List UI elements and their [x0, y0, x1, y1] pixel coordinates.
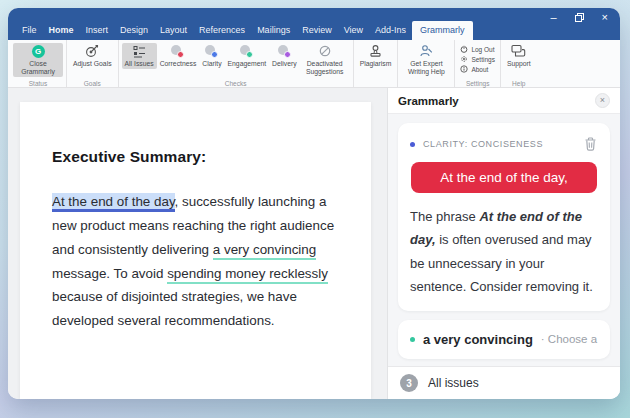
ribbon-group-settings: Log Out Settings About Settings [455, 40, 501, 87]
sidebar-header: Grammarly × [388, 88, 620, 114]
ribbon-group-expert: Get Expert Writing Help [398, 40, 455, 87]
tab-mailings[interactable]: Mailings [251, 21, 296, 40]
tab-grammarly[interactable]: Grammarly [412, 21, 473, 40]
tab-review[interactable]: Review [296, 21, 338, 40]
doc-text: because of disjointed strategies, we hav… [52, 289, 297, 328]
gear-icon [460, 55, 468, 63]
clarity-button[interactable]: Clarity [199, 43, 224, 69]
power-icon [460, 45, 468, 53]
highlighted-phrase[interactable]: At the end of the day [52, 193, 175, 212]
next-suggestion-card[interactable]: a very convincing · Choose a diff... [398, 320, 610, 359]
engagement-button[interactable]: Engagement [225, 43, 270, 69]
close-icon[interactable]: × [602, 12, 608, 23]
ribbon-group-goals: Adjust Goals Goals [67, 40, 119, 87]
window-controls: – × [550, 12, 608, 23]
document-page[interactable]: Executive Summary: At the end of the day… [20, 102, 371, 399]
tab-view[interactable]: View [338, 21, 369, 40]
category-row: CLARITY: CONCISENESS [410, 136, 598, 152]
tab-home[interactable]: Home [43, 21, 80, 40]
adjust-goals-button[interactable]: Adjust Goals [70, 43, 115, 69]
group-label-help: Help [501, 80, 537, 87]
restore-icon[interactable] [575, 12, 584, 23]
explanation-text: The phrase At the end of the day, is oft… [410, 205, 598, 299]
deactivated-suggestions-button[interactable]: Deactivated Suggestions [300, 43, 350, 77]
group-label-goals: Goals [67, 80, 118, 87]
clarity-dot-icon [410, 142, 415, 147]
delivery-icon [278, 44, 291, 58]
expert-person-icon [419, 44, 433, 58]
plagiarism-button[interactable]: Plagiarism [357, 43, 395, 69]
support-button[interactable]: Support [504, 43, 534, 69]
category-label: CLARITY: CONCISENESS [423, 139, 575, 149]
engagement-icon [240, 44, 253, 58]
tab-design[interactable]: Design [114, 21, 154, 40]
target-icon [85, 44, 99, 58]
group-label-status: Status [10, 80, 66, 87]
menu-tab-bar: File Home Insert Design Layout Reference… [16, 21, 473, 40]
issues-list-icon [133, 44, 146, 58]
sidebar-close-icon[interactable]: × [595, 93, 610, 108]
grammarly-g-icon: G [32, 44, 45, 58]
document-paragraph: At the end of the day, successfully laun… [52, 190, 348, 333]
next-suggestion-hint: · Choose a diff... [541, 333, 598, 345]
ribbon-group-checks: All Issues Correctness Clarity Engagemen… [119, 40, 354, 87]
tab-references[interactable]: References [193, 21, 251, 40]
stamp-icon [368, 44, 383, 58]
main-content: Executive Summary: At the end of the day… [8, 88, 620, 399]
issues-count-badge: 3 [400, 374, 418, 392]
underlined-phrase-2[interactable]: spending money recklessly [167, 266, 328, 284]
info-icon [460, 65, 468, 73]
minimize-icon[interactable]: – [550, 12, 556, 23]
next-suggestion-text: a very convincing [423, 332, 533, 347]
get-expert-help-button[interactable]: Get Expert Writing Help [401, 43, 451, 77]
slash-circle-icon [319, 44, 331, 58]
close-grammarly-button[interactable]: G Close Grammarly [13, 43, 63, 77]
underlined-phrase-1[interactable]: a very convincing [213, 242, 316, 260]
ribbon: G Close Grammarly Status Adjust Goals Go… [8, 40, 620, 88]
sidebar-title: Grammarly [398, 95, 459, 107]
all-issues-button[interactable]: All Issues [122, 43, 157, 69]
correctness-icon [171, 44, 184, 58]
settings-button[interactable]: Settings [458, 55, 497, 63]
ribbon-group-status: G Close Grammarly Status [10, 40, 67, 87]
tab-layout[interactable]: Layout [154, 21, 193, 40]
delivery-button[interactable]: Delivery [269, 43, 300, 69]
suggestion-card: CLARITY: CONCISENESS At the end of the d… [398, 123, 610, 311]
group-label-settings: Settings [455, 80, 500, 87]
all-issues-label: All issues [428, 376, 479, 390]
clarity-icon [205, 44, 218, 58]
remove-phrase-button[interactable]: At the end of the day, [411, 162, 597, 193]
document-area: Executive Summary: At the end of the day… [8, 88, 387, 399]
ribbon-group-help: Support Help [501, 40, 537, 87]
about-button[interactable]: About [458, 65, 497, 73]
ribbon-group-plagiarism: Plagiarism [354, 40, 399, 87]
sidebar-body: CLARITY: CONCISENESS At the end of the d… [388, 114, 620, 366]
log-out-button[interactable]: Log Out [458, 45, 497, 53]
tab-file[interactable]: File [16, 21, 43, 40]
group-label-checks: Checks [119, 80, 353, 87]
chat-bubbles-icon [511, 44, 526, 58]
all-issues-bar[interactable]: 3 All issues [388, 366, 620, 399]
tab-addins[interactable]: Add-Ins [369, 21, 412, 40]
word-window: – × File Home Insert Design Layout Refer… [8, 8, 620, 399]
engagement-dot-icon [410, 337, 415, 342]
doc-text: message. To avoid [52, 266, 167, 281]
tab-insert[interactable]: Insert [80, 21, 115, 40]
title-bar: – × File Home Insert Design Layout Refer… [8, 8, 620, 40]
grammarly-sidebar: Grammarly × CLARITY: CONCISENESS At the … [387, 88, 620, 399]
trash-icon[interactable] [583, 136, 598, 152]
correctness-button[interactable]: Correctness [157, 43, 200, 69]
document-heading: Executive Summary: [52, 148, 347, 166]
